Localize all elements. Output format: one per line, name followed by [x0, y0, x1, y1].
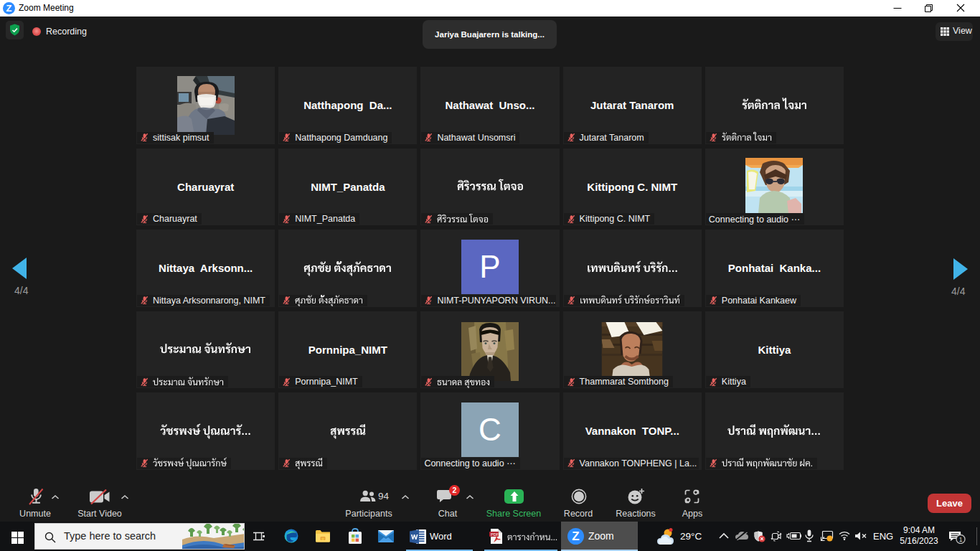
svg-text:1: 1 [959, 536, 963, 543]
svg-text:PDF: PDF [491, 532, 499, 537]
